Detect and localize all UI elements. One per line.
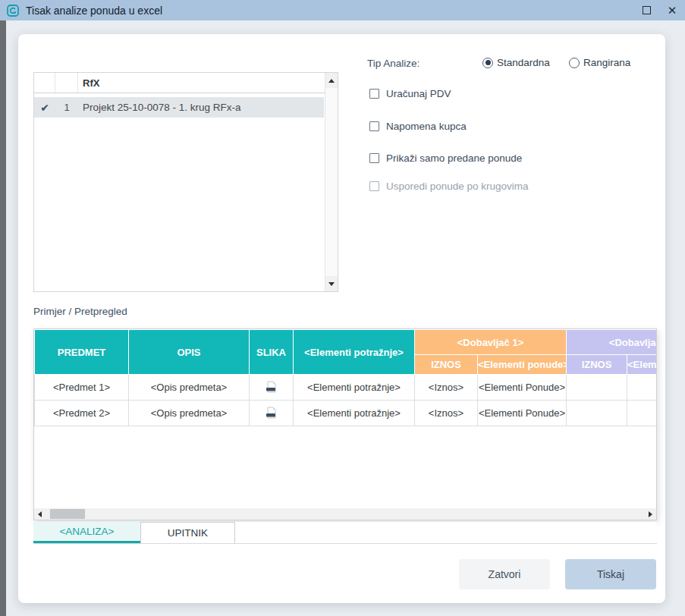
background-window-edge bbox=[0, 20, 6, 616]
preview-table-container: PREDMET OPIS SLIKA <Elementi potražnje> … bbox=[33, 328, 657, 520]
tab-upitnik[interactable]: UPITNIK bbox=[140, 522, 235, 543]
arrow-up-icon bbox=[328, 79, 335, 83]
dialog-body: RfX ✔ 1 Projekt 25-10-0078 - 1. krug RFx… bbox=[18, 34, 665, 603]
scroll-left-button[interactable] bbox=[34, 508, 46, 520]
radio-unselected-icon bbox=[569, 58, 580, 68]
preview-tab-strip: <ANALIZA> UPITNIK bbox=[33, 522, 657, 544]
sub-header-iznos-2: IZNOS bbox=[567, 355, 627, 375]
cell-elementi-ponude-2 bbox=[627, 401, 656, 426]
app-logo-icon bbox=[7, 5, 19, 17]
checkbox-icon bbox=[369, 181, 379, 191]
radio-selected-icon bbox=[482, 58, 493, 68]
radio-standardna-label: Standardna bbox=[497, 57, 550, 68]
dialog-title: Tisak analize ponuda u excel bbox=[26, 5, 162, 17]
tiskaj-button[interactable]: Tiskaj bbox=[565, 559, 656, 589]
row-project-name: Projekt 25-10-0078 - 1. krug RFx-a bbox=[78, 102, 324, 113]
checkbox-uracunaj-pdv-label: Uračunaj PDV bbox=[386, 88, 451, 99]
zatvori-button[interactable]: Zatvori bbox=[459, 559, 550, 589]
checkbox-prikazi-samo-predane[interactable]: Prikaži samo predane ponude bbox=[369, 152, 522, 164]
cell-slika bbox=[250, 401, 294, 426]
cell-opis: <Opis predmeta> bbox=[129, 401, 250, 426]
cell-elementi-potraznje: <Elementi potražnje> bbox=[294, 401, 415, 426]
sub-header-elementi-ponude-2: <Elementi ponude> bbox=[627, 355, 656, 375]
scroll-up-button[interactable] bbox=[325, 73, 338, 88]
radio-standardna[interactable]: Standardna bbox=[482, 57, 550, 68]
cell-elementi-ponude-1: <Elementi Ponude> bbox=[478, 401, 567, 426]
sub-header-iznos-1: IZNOS bbox=[415, 355, 478, 375]
checkbox-napomena-kupca-label: Napomena kupca bbox=[386, 121, 467, 132]
cell-elementi-potraznje: <Elementi potražnje> bbox=[294, 375, 415, 401]
cell-predmet: <Predmet 1> bbox=[35, 375, 129, 401]
document-image-icon bbox=[265, 381, 278, 394]
col-header-elementi-potraznje: <Elementi potražnje> bbox=[294, 330, 415, 375]
dialog-titlebar: Tisak analize ponuda u excel ✕ bbox=[0, 0, 685, 20]
group-header-dobavljac-1: <Dobavljač 1> bbox=[415, 330, 567, 355]
cell-iznos-1: <Iznos> bbox=[415, 375, 478, 401]
arrow-right-icon bbox=[649, 511, 652, 517]
close-icon: ✕ bbox=[668, 5, 677, 16]
col-header-opis: OPIS bbox=[129, 330, 250, 375]
preview-row-1: <Predmet 1> <Opis predmeta> <Elementi po… bbox=[35, 375, 657, 401]
maximize-button[interactable] bbox=[633, 0, 659, 20]
radio-rangirana[interactable]: Rangirana bbox=[569, 57, 630, 68]
cell-slika bbox=[250, 375, 294, 401]
col-header-slika: SLIKA bbox=[250, 330, 294, 375]
rfx-list: RfX ✔ 1 Projekt 25-10-0078 - 1. krug RFx… bbox=[33, 72, 338, 292]
tab-analiza[interactable]: <ANALIZA> bbox=[33, 522, 140, 543]
checkbox-icon bbox=[369, 153, 379, 163]
cell-opis: <Opis predmeta> bbox=[129, 375, 250, 401]
cell-iznos-2 bbox=[567, 375, 627, 401]
arrow-down-icon bbox=[328, 282, 335, 286]
maximize-icon bbox=[643, 6, 651, 14]
cell-predmet: <Predmet 2> bbox=[35, 401, 129, 426]
scroll-down-button[interactable] bbox=[325, 276, 338, 291]
checkbox-uracunaj-pdv[interactable]: Uračunaj PDV bbox=[369, 88, 451, 99]
rfx-list-row[interactable]: ✔ 1 Projekt 25-10-0078 - 1. krug RFx-a bbox=[34, 97, 324, 118]
rfx-column-header: RfX bbox=[78, 77, 338, 89]
close-window-button[interactable]: ✕ bbox=[659, 0, 685, 20]
checkbox-usporedi-po-krugovima-label: Usporedi ponude po krugovima bbox=[386, 181, 529, 192]
checkbox-prikazi-samo-predane-label: Prikaži samo predane ponude bbox=[386, 152, 522, 164]
row-selected-check-icon: ✔ bbox=[34, 102, 55, 114]
row-number: 1 bbox=[55, 102, 78, 113]
preview-section-label: Primjer / Pretpregled bbox=[33, 306, 127, 317]
group-header-dobavljac-2: <Dobavljač 2> bbox=[567, 330, 656, 355]
horizontal-scroll-thumb[interactable] bbox=[50, 509, 85, 519]
document-image-icon bbox=[265, 407, 278, 420]
rfx-list-header: RfX bbox=[34, 73, 338, 93]
cell-elementi-ponude-1: <Elementi Ponude> bbox=[478, 375, 567, 401]
tip-analize-row: Tip Analize: Standardna Rangirana bbox=[367, 57, 655, 71]
sub-header-elementi-ponude-1: <Elementi ponude> bbox=[478, 355, 567, 375]
preview-horizontal-scrollbar[interactable] bbox=[34, 508, 656, 520]
rfx-check-column-header bbox=[34, 73, 55, 93]
scroll-right-button[interactable] bbox=[645, 508, 656, 520]
col-header-predmet: PREDMET bbox=[35, 330, 129, 375]
rfx-num-column-header bbox=[55, 73, 78, 93]
checkbox-napomena-kupca[interactable]: Napomena kupca bbox=[369, 121, 467, 132]
cell-elementi-ponude-2 bbox=[627, 375, 656, 401]
cell-iznos-2 bbox=[567, 401, 627, 426]
analysis-options-panel: Tip Analize: Standardna Rangirana Uračun… bbox=[367, 57, 655, 71]
cell-iznos-1: <Iznos> bbox=[415, 401, 478, 426]
rfx-list-vertical-scrollbar[interactable] bbox=[325, 73, 338, 291]
preview-row-2: <Predmet 2> <Opis predmeta> <Elementi po… bbox=[35, 401, 657, 426]
checkbox-usporedi-po-krugovima: Usporedi ponude po krugovima bbox=[369, 181, 529, 192]
tip-analize-label: Tip Analize: bbox=[367, 58, 419, 69]
checkbox-icon bbox=[369, 89, 379, 99]
checkbox-icon bbox=[369, 121, 379, 131]
arrow-left-icon bbox=[38, 511, 42, 517]
preview-table: PREDMET OPIS SLIKA <Elementi potražnje> … bbox=[34, 329, 656, 426]
radio-rangirana-label: Rangirana bbox=[583, 57, 630, 68]
